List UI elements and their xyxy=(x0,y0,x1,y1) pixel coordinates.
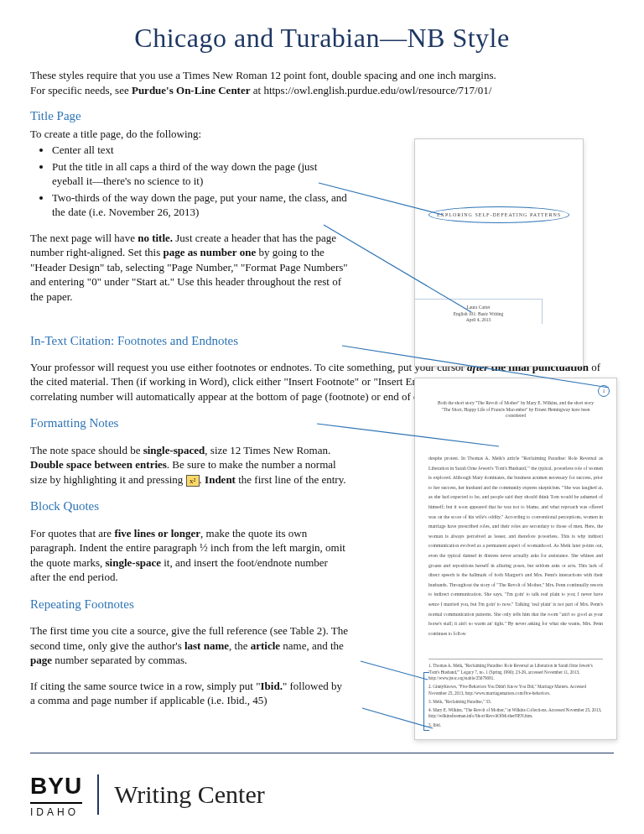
sample-title-page: EXPLORING SELF-DEFEATING PATTERNS Laura … xyxy=(414,138,584,367)
footer-rule xyxy=(30,753,614,753)
footer: BYU IDAHO Writing Center xyxy=(30,770,265,819)
sample-body-page: 1 Both the short story "The Revolt of Mo… xyxy=(414,378,617,740)
intro-text: These styles require that you use a Time… xyxy=(30,68,614,97)
page-number-circle: 1 xyxy=(598,385,610,397)
footnotes-block: 1. Thomas A. Meik, "Reclaiming Paradise:… xyxy=(428,659,603,731)
repeat-para1: The first time you cite a source, give t… xyxy=(30,623,349,668)
repeat-para2: If citing the same source twice in a row… xyxy=(30,679,349,708)
key-icon: x² xyxy=(186,475,200,487)
formatting-para: The note space should be single-spaced, … xyxy=(30,443,349,487)
heading-repeat: Repeating Footnotes xyxy=(30,596,349,612)
title-page-lead: To create a title page, do the following… xyxy=(30,127,349,142)
writing-center-label: Writing Center xyxy=(114,778,265,812)
title-page-bullets: Center all text Put the title in all cap… xyxy=(52,143,349,220)
byui-logo: BYU IDAHO xyxy=(30,770,82,819)
heading-title-page: Title Page xyxy=(30,107,349,124)
title-page-para2: The next page will have no title. Just c… xyxy=(30,231,349,305)
heading-formatting: Formatting Notes xyxy=(30,414,349,431)
heading-block: Block Quotes xyxy=(30,498,349,514)
block-para: For quotes that are five lines or longer… xyxy=(30,526,349,585)
page-title: Chicago and Turabian—NB Style xyxy=(30,20,614,56)
